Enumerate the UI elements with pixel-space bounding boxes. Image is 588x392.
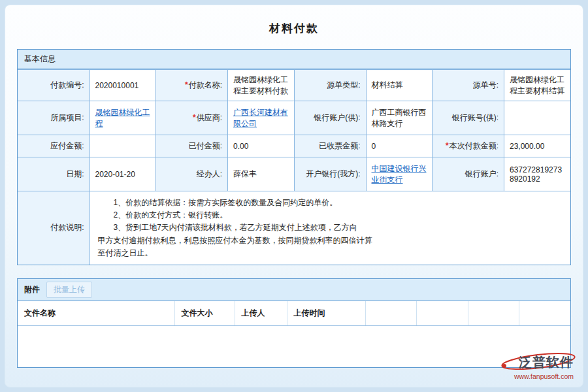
field-label-payment-no: 付款编号: (18, 70, 90, 101)
field-label-text: 已付金额: (189, 141, 222, 150)
field-value-current-payment-amount: 23,000.00 (504, 135, 571, 157)
field-label-text: 经办人: (197, 169, 222, 178)
attachments-col-empty (468, 301, 519, 326)
attachments-col-file-name: 文件名称 (18, 301, 174, 326)
required-star: * (185, 80, 188, 90)
attachments-col-empty (417, 301, 468, 326)
field-label-text: 所属项目: (50, 113, 84, 122)
field-value-supplier-bank-no (504, 101, 571, 135)
field-value-supplier-bank-account: 广西工商银行西林路支行 (366, 101, 433, 135)
table-row: 日期: 2020-01-20 经办人: 薛保丰 开户银行(我方): 中国建设银行… (18, 157, 570, 191)
field-label-text: 应付金额: (50, 141, 84, 150)
field-value-supplier: 广西长河建材有限公司 (228, 101, 295, 135)
field-label-text: 源单号: (473, 80, 498, 90)
field-value-paid-amount: 0.00 (228, 135, 295, 157)
field-label-our-bank: 开户银行(我方): (294, 157, 366, 191)
field-label-payment-note: 付款说明: (18, 191, 90, 265)
field-value-payable-amount (90, 135, 156, 157)
field-label-source-no: 源单号: (433, 70, 504, 101)
brand-logo: 泛普软件 www.fanpusoft.com (489, 352, 574, 380)
field-label-supplier: *供应商: (156, 101, 228, 135)
field-value-our-bank: 中国建设银行兴业街支行 (366, 157, 433, 191)
field-value-project: 晟铭园林绿化工程 (90, 101, 156, 135)
field-value-date: 2020-01-20 (90, 157, 156, 191)
basic-info-panel: 基本信息 付款编号: 2020010001 *付款名称: 晟铭园林绿化工程主要材… (17, 49, 571, 265)
table-row: 付款编号: 2020010001 *付款名称: 晟铭园林绿化工程主要材料付款 源… (18, 70, 570, 101)
required-star: * (446, 141, 449, 150)
field-value-our-bank-account: 6372728192738920192 (504, 157, 571, 191)
field-label-text: 已收票金额: (319, 141, 360, 150)
field-value-payment-no: 2020010001 (90, 70, 156, 101)
field-label-text: 开户银行(我方): (306, 169, 360, 178)
field-label-text: 源单类型: (327, 80, 360, 90)
attachments-header-row: 文件名称 文件大小 上传人 上传时间 (18, 301, 570, 326)
field-value-source-type: 材料结算 (366, 70, 433, 101)
field-value-payment-name: 晟铭园林绿化工程主要材料付款 (228, 70, 295, 101)
field-value-source-no: 晟铭园林绿化工程主要材料结算 (504, 70, 571, 101)
attachments-title: 附件 (24, 284, 40, 295)
attachments-table: 文件名称 文件大小 上传人 上传时间 (18, 301, 570, 368)
page: 材料付款 基本信息 付款编号: 2020010001 *付款名称: 晟铭园林绿化… (5, 5, 583, 387)
basic-info-table: 付款编号: 2020010001 *付款名称: 晟铭园林绿化工程主要材料付款 源… (18, 69, 570, 265)
field-label-our-bank-account: 银行账户: (433, 157, 504, 191)
field-label-text: 银行账户: (465, 169, 498, 178)
field-value-handler: 薛保丰 (228, 157, 295, 191)
field-label-text: 日期: (66, 169, 84, 178)
attachments-empty-area (18, 325, 570, 367)
attachments-col-upload-time: 上传时间 (287, 301, 365, 326)
field-label-supplier-bank-no: 银行账号(供): (433, 101, 504, 135)
attachments-empty-row (18, 325, 570, 367)
basic-info-header: 基本信息 (18, 50, 570, 69)
field-label-text: 付款名称: (189, 80, 222, 90)
field-label-handler: 经办人: (156, 157, 228, 191)
batch-upload-button[interactable]: 批量上传 (46, 282, 92, 298)
field-label-paid-amount: 已付金额: (156, 135, 228, 157)
attachments-panel: 附件 批量上传 文件名称 文件大小 上传人 上传时间 (17, 278, 571, 368)
field-value-payment-note: 1、价款的结算依据：按需方实际签收的数量及合同约定的单价。 2、价款的支付方式：… (90, 191, 570, 265)
brand-name: 泛普软件 (519, 355, 574, 369)
field-label-text: 银行账户(供): (314, 113, 360, 122)
field-label-text: 供应商: (197, 113, 222, 122)
attachments-col-file-size: 文件大小 (174, 301, 235, 326)
table-row: 应付金额: 已付金额: 0.00 已收票金额: 0 *本次付款金额: 23,00… (18, 135, 570, 157)
attachments-col-uploader: 上传人 (235, 301, 287, 326)
attachments-header: 附件 批量上传 (18, 279, 570, 301)
field-label-supplier-bank-account: 银行账户(供): (294, 101, 366, 135)
field-label-invoiced-amount: 已收票金额: (294, 135, 366, 157)
field-label-text: 付款编号: (50, 80, 84, 90)
project-link[interactable]: 晟铭园林绿化工程 (95, 108, 150, 128)
brand-url: www.fanpusoft.com (489, 372, 574, 380)
field-label-project: 所属项目: (18, 101, 90, 135)
field-label-current-payment-amount: *本次付款金额: (433, 135, 504, 157)
field-label-text: 银行账号(供): (452, 113, 498, 122)
attachments-col-empty (365, 301, 417, 326)
field-label-payable-amount: 应付金额: (18, 135, 90, 157)
field-label-date: 日期: (18, 157, 90, 191)
table-row: 付款说明: 1、价款的结算依据：按需方实际签收的数量及合同约定的单价。 2、价款… (18, 191, 570, 265)
required-star: * (193, 113, 196, 122)
page-title: 材料付款 (5, 5, 583, 49)
field-value-invoiced-amount: 0 (366, 135, 433, 157)
brand-logo-row: 泛普软件 (489, 352, 574, 372)
field-label-text: 付款说明: (50, 223, 84, 232)
table-row: 所属项目: 晟铭园林绿化工程 *供应商: 广西长河建材有限公司 银行账户(供):… (18, 101, 570, 135)
supplier-link[interactable]: 广西长河建材有限公司 (233, 108, 288, 128)
field-label-payment-name: *付款名称: (156, 70, 228, 101)
our-bank-link[interactable]: 中国建设银行兴业街支行 (372, 164, 427, 184)
field-label-source-type: 源单类型: (294, 70, 366, 101)
attachments-col-empty (519, 301, 571, 326)
field-label-text: 本次付款金额: (449, 141, 498, 150)
